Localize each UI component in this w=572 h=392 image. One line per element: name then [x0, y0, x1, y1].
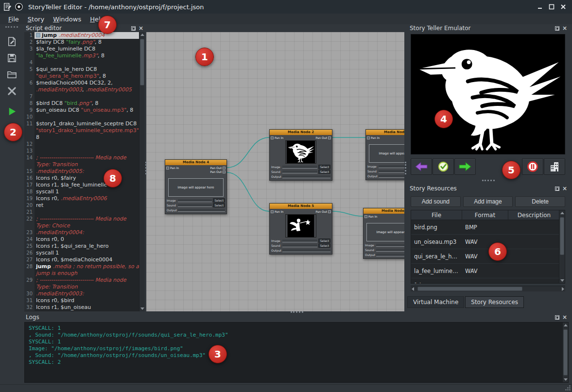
column-header-format[interactable]: Format	[462, 210, 508, 220]
code-line[interactable]: 29; ---------------------------- Media n…	[24, 277, 139, 284]
tab-story-resources[interactable]: Story Resources	[465, 296, 524, 308]
media-node[interactable]: Media Node 2Pan InPan OutImageSelectSoun…	[269, 129, 332, 181]
close-project-button[interactable]	[3, 84, 20, 98]
select-button[interactable]: Select	[318, 243, 330, 248]
input-pin[interactable]: Pan In	[271, 136, 283, 139]
node-field[interactable]	[282, 244, 317, 247]
code-line[interactable]: 2$fairy DC8 "fairy.png", 8	[24, 39, 139, 46]
code-line[interactable]: 17Icons r1, $la_fee_luminelle	[24, 182, 139, 188]
code-line[interactable]: 1jump .mediaEntry0004	[24, 32, 139, 39]
pin-socket-icon[interactable]	[166, 167, 169, 170]
node-title[interactable]: Media Node 2	[270, 130, 332, 135]
code-line[interactable]: 6$mediaChoice0004 DC32, 2,	[24, 80, 139, 86]
logs-scrollbar[interactable]	[562, 323, 568, 382]
save-button[interactable]	[3, 51, 20, 65]
node-field[interactable]	[282, 166, 317, 169]
code-line[interactable]: 22; ---------------------------- Media n…	[24, 216, 139, 222]
node-field[interactable]	[376, 254, 404, 256]
input-pin[interactable]: Pan In	[271, 210, 283, 213]
node-field[interactable]	[379, 165, 404, 168]
output-pin[interactable]: Pan Out	[315, 136, 331, 139]
code-line[interactable]: "story1_drako_luminelle_sceptre.mp3",	[24, 127, 139, 134]
scrollbar-handle[interactable]	[417, 287, 522, 291]
pin-socket-icon[interactable]	[367, 136, 370, 139]
output-pin[interactable]: Pan Out	[315, 210, 331, 213]
float-dock-icon[interactable]	[555, 187, 559, 191]
scroll-up-arrow[interactable]	[564, 324, 568, 326]
code-line[interactable]: 27Icons r0, $mediaChoice0004	[24, 256, 139, 263]
close-dock-icon[interactable]: ×	[562, 187, 567, 191]
open-button[interactable]	[3, 67, 20, 82]
code-line[interactable]: 15.mediaEntry0005:	[24, 168, 139, 175]
code-line[interactable]: 14; ---------------------------- Media n…	[24, 154, 139, 161]
resource-row[interactable]: bird.pngBMP	[411, 220, 560, 235]
minimize-button[interactable]	[534, 1, 546, 12]
output-pin[interactable]: Pan Out	[210, 166, 225, 170]
code-line[interactable]: 13	[24, 148, 139, 154]
code-line[interactable]: 30.mediaEntry0003:	[24, 290, 139, 297]
node-field[interactable]	[178, 209, 225, 212]
float-dock-icon[interactable]	[555, 315, 559, 320]
select-button[interactable]: Select	[318, 170, 330, 174]
node-field[interactable]	[379, 175, 404, 178]
node-field[interactable]	[178, 199, 212, 202]
splitter-grip[interactable]	[405, 162, 407, 174]
code-line[interactable]: jump is enough	[24, 270, 139, 277]
input-pin[interactable]: Pan In	[367, 136, 380, 139]
code-line[interactable]: 9$un_oiseau DC8 "un_oiseau.mp3", 8	[24, 107, 139, 114]
code-line[interactable]: 20ret	[24, 202, 139, 209]
code-line[interactable]: 21	[24, 209, 139, 216]
scroll-left-arrow[interactable]	[412, 287, 414, 291]
add-image-button[interactable]: Add image	[463, 196, 513, 207]
pin-socket-icon[interactable]	[328, 210, 331, 213]
node-field[interactable]	[376, 244, 404, 247]
node-title[interactable]: Media Node 5	[270, 204, 332, 209]
resource-row[interactable]: fairy.pngBMP	[411, 278, 560, 283]
node-title[interactable]: Media Node 4	[165, 160, 226, 165]
code-line[interactable]: 24Icons r0, 0	[24, 236, 139, 243]
home-button[interactable]	[544, 158, 565, 175]
resource-row[interactable]: la_fee_lumine…WAV	[411, 264, 560, 278]
scroll-down-arrow[interactable]	[564, 378, 568, 381]
node-field[interactable]	[282, 175, 330, 178]
node-field[interactable]	[282, 239, 317, 242]
select-button[interactable]: Select	[318, 239, 330, 243]
splitter-grip[interactable]	[291, 311, 303, 313]
tab-virtual-machine[interactable]: Virtual Machine	[407, 296, 464, 308]
code-line[interactable]: 11$story1_drako_luminelle_sceptre DC8	[24, 120, 139, 127]
float-dock-icon[interactable]	[131, 26, 136, 31]
scrollbar-handle[interactable]	[140, 39, 144, 85]
scroll-up-arrow[interactable]	[140, 34, 144, 36]
node-field[interactable]	[379, 170, 404, 173]
output-pin[interactable]: Pan Out	[210, 170, 225, 173]
node-field[interactable]	[178, 204, 212, 207]
close-button[interactable]	[557, 1, 569, 12]
code-line[interactable]: 23.mediaEntry0004:	[24, 229, 139, 236]
input-pin[interactable]: Pan In	[364, 215, 377, 218]
next-button[interactable]	[454, 158, 476, 175]
code-editor[interactable]: 1jump .mediaEntry00042$fairy DC8 "fairy.…	[24, 32, 145, 311]
scroll-up-arrow[interactable]	[560, 212, 564, 214]
resize-grip[interactable]	[565, 385, 571, 391]
new-script-button[interactable]	[3, 34, 20, 49]
code-line[interactable]: 4	[24, 59, 139, 66]
code-line[interactable]: 12	[24, 141, 139, 148]
resource-row[interactable]: un_oiseau.mp3WAV	[411, 235, 560, 249]
pin-socket-icon[interactable]	[271, 136, 274, 139]
node-field[interactable]	[282, 249, 330, 252]
select-button[interactable]: Select	[318, 165, 330, 169]
input-pin[interactable]: Pan In	[166, 166, 179, 170]
code-line[interactable]: "la_fee_luminelle.mp3", 8	[24, 52, 139, 59]
select-button[interactable]: Select	[213, 198, 225, 203]
column-header-description[interactable]: Description	[508, 210, 560, 220]
maximize-button[interactable]	[546, 1, 557, 12]
table-hscrollbar[interactable]	[411, 286, 565, 291]
scroll-right-arrow[interactable]	[562, 287, 564, 291]
code-line[interactable]: 31Icons r0, $bird	[24, 297, 139, 304]
editor-scrollbar[interactable]	[139, 32, 145, 311]
toolbar-grip[interactable]	[5, 26, 18, 28]
code-line[interactable]: 28jump .media ; no return possible, so a	[24, 263, 139, 270]
menu-file[interactable]: File	[4, 15, 23, 24]
run-button[interactable]	[3, 104, 20, 119]
media-node[interactable]: Media Node 6Pan InImage will appear here…	[363, 208, 404, 259]
